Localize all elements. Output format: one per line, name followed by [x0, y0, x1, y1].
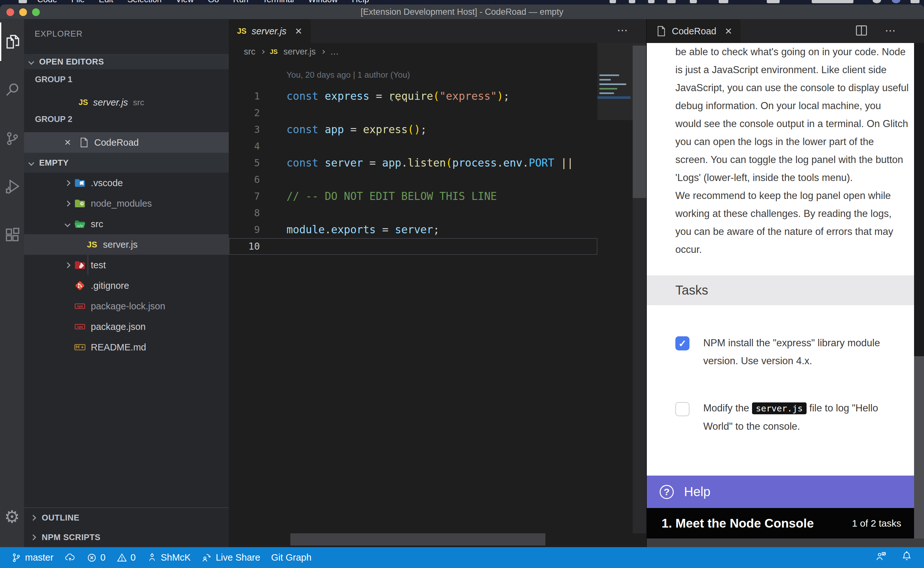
close-tab-icon[interactable]: ✕: [725, 26, 732, 36]
tree-item--gitignore[interactable]: .gitignore: [24, 275, 229, 296]
line-number[interactable]: 3: [229, 121, 260, 138]
code-line-10[interactable]: 10: [229, 238, 597, 255]
scrollbar-thumb[interactable]: [633, 45, 646, 198]
code-line-8[interactable]: 8: [229, 205, 597, 221]
task-checkbox-unchecked[interactable]: [675, 402, 689, 416]
menubar-status-icon[interactable]: [690, 0, 697, 3]
status-item-shmck[interactable]: ShMcK: [147, 552, 191, 563]
menu-item-help[interactable]: Help: [352, 0, 369, 5]
code-line-6[interactable]: 6: [229, 171, 597, 188]
npm-scripts-section[interactable]: NPM SCRIPTS: [24, 527, 229, 547]
macos-menubar: CodeFileEditSelectionViewGoRunTerminalWi…: [0, 0, 924, 5]
tree-item-readme-md[interactable]: README.md: [24, 337, 229, 358]
tree-item-package-lock-json[interactable]: npmpackage-lock.json: [24, 296, 229, 316]
gitlens-blame-annotation[interactable]: You, 20 days ago | 1 author (You): [286, 70, 410, 80]
menu-item-selection[interactable]: Selection: [127, 0, 162, 5]
code-line-9[interactable]: 9module.exports = server;: [229, 221, 597, 238]
menu-item-window[interactable]: Window: [308, 0, 338, 5]
open-editor-item-coderoad[interactable]: ✕ CodeRoad: [24, 132, 229, 153]
settings-gear-icon[interactable]: ⚙: [0, 502, 24, 531]
run-debug-icon[interactable]: [0, 168, 24, 206]
search-icon[interactable]: [0, 71, 24, 109]
lesson-bar[interactable]: 1. Meet the Node Console 1 of 2 tasks: [647, 508, 914, 538]
code-line-2[interactable]: 2: [229, 104, 597, 121]
editor-group2-label: GROUP 2: [35, 114, 72, 124]
tree-item-test[interactable]: test: [24, 255, 229, 275]
minimap[interactable]: [597, 43, 633, 533]
status-item-cloud-upload[interactable]: [65, 552, 75, 563]
breadcrumb[interactable]: src JS server.js …: [244, 47, 339, 57]
menubar-status-icon[interactable]: [610, 0, 616, 3]
status-item-0[interactable]: 0: [86, 552, 106, 563]
tree-item-src[interactable]: </>src: [24, 214, 229, 234]
editor-actions-more-icon[interactable]: ⋯: [617, 24, 629, 36]
apple-menu-icon[interactable]: [19, 0, 27, 3]
menu-item-code[interactable]: Code: [37, 0, 57, 5]
menu-item-file[interactable]: File: [71, 0, 85, 5]
editor-horizontal-scrollbar[interactable]: [290, 533, 546, 545]
task-checkbox-checked[interactable]: ✓: [675, 336, 689, 350]
close-icon[interactable]: ✕: [64, 137, 71, 148]
menu-item-terminal[interactable]: Terminal: [262, 0, 294, 5]
chevron-right-icon: [65, 180, 70, 186]
bell-icon[interactable]: [901, 551, 912, 565]
tab-serverjs[interactable]: JS server.js ✕: [229, 19, 311, 43]
line-number[interactable]: 1: [229, 88, 260, 104]
code-line-4[interactable]: 4: [229, 138, 597, 155]
line-number[interactable]: 10: [229, 238, 260, 255]
menubar-search-icon[interactable]: [873, 0, 881, 3]
status-item-git-graph[interactable]: Git Graph: [271, 552, 312, 563]
open-editor-item-serverjs[interactable]: JS server.js src: [24, 92, 229, 112]
menubar-clock[interactable]: [767, 0, 779, 3]
code-line-1[interactable]: 1const express = require("express");: [229, 88, 597, 104]
code-line-7[interactable]: 7// -- DO NOT EDIT BELOW THIS LINE: [229, 188, 597, 205]
line-number[interactable]: 7: [229, 188, 260, 205]
line-number[interactable]: 5: [229, 155, 260, 171]
close-tab-icon[interactable]: ✕: [295, 26, 302, 36]
extensions-icon[interactable]: [0, 216, 24, 254]
code-line-3[interactable]: 3const app = express();: [229, 121, 597, 138]
status-item-live-share[interactable]: Live Share: [202, 552, 260, 563]
code-editor[interactable]: 1const express = require("express");23co…: [229, 88, 597, 255]
menu-item-view[interactable]: View: [176, 0, 194, 5]
source-control-icon[interactable]: [0, 119, 24, 158]
menu-item-edit[interactable]: Edit: [99, 0, 113, 5]
workspace-folder-header[interactable]: EMPTY: [24, 153, 229, 173]
tree-item-node-modules[interactable]: JSnode_modules: [24, 193, 229, 214]
line-number[interactable]: 4: [229, 138, 260, 155]
outline-section[interactable]: OUTLINE: [24, 508, 229, 527]
menu-item-run[interactable]: Run: [233, 0, 248, 5]
line-number[interactable]: 8: [229, 205, 260, 221]
line-number[interactable]: 6: [229, 171, 260, 188]
status-item-master[interactable]: master: [11, 552, 54, 563]
status-item-0[interactable]: 0: [116, 552, 136, 563]
svg-text:</>: </>: [77, 224, 83, 228]
menu-item-go[interactable]: Go: [208, 0, 219, 5]
person-check-icon[interactable]: [875, 551, 887, 565]
code-line-5[interactable]: 5const server = app.listen(process.env.P…: [229, 155, 597, 171]
more-actions-icon[interactable]: ⋯: [885, 24, 897, 37]
minimap-slider[interactable]: [597, 43, 633, 120]
menubar-status-icon[interactable]: [648, 0, 654, 3]
menubar-status-icon[interactable]: [719, 0, 728, 3]
line-number[interactable]: 2: [229, 104, 260, 121]
menubar-status-icon[interactable]: [629, 0, 635, 3]
tab-coderoad[interactable]: CodeRoad ✕: [647, 19, 740, 43]
tab-bar: JS server.js ✕ ⋯: [229, 19, 647, 43]
workbench: ⚙ EXPLORER OPEN EDITORS GROUP 1 JS serve…: [0, 19, 924, 547]
tree-item-package-json[interactable]: npmpackage.json: [24, 316, 229, 337]
help-bar[interactable]: ? Help: [647, 476, 914, 508]
menubar-control-center-icon[interactable]: [910, 0, 919, 3]
line-number[interactable]: 9: [229, 221, 260, 238]
tree-item--vscode[interactable]: .vscode: [24, 173, 229, 193]
tree-item-server-js[interactable]: JSserver.js: [24, 234, 229, 255]
menubar-siri-icon[interactable]: [892, 0, 900, 3]
explorer-icon[interactable]: [0, 23, 24, 61]
webview-scrollbar-thumb[interactable]: [914, 356, 924, 538]
webview-scrollbar-track[interactable]: [914, 43, 924, 356]
menubar-status-icon[interactable]: [667, 0, 676, 3]
open-editors-header[interactable]: OPEN EDITORS: [24, 54, 229, 69]
js-file-icon: JS: [237, 27, 246, 36]
split-editor-icon[interactable]: [855, 24, 868, 37]
editor-vertical-scrollbar[interactable]: [633, 43, 646, 533]
